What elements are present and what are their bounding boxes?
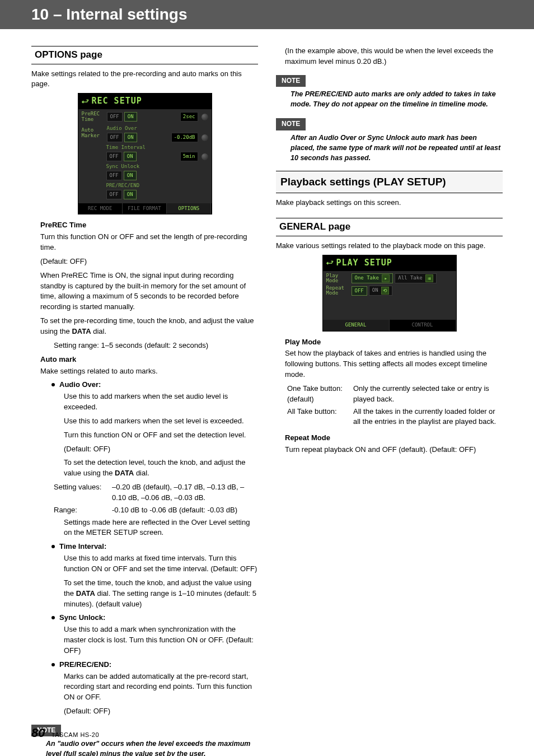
page-footer: 80 TASCAM HS-20: [31, 726, 99, 740]
tab-file-format[interactable]: FILE FORMAT: [123, 203, 167, 214]
body-text: Turn repeat playback ON and OFF (default…: [285, 445, 503, 455]
chapter-header: 10 – Internal settings: [0, 0, 534, 29]
prerecend-on-button[interactable]: ON: [124, 190, 137, 199]
bullet-icon: [51, 663, 55, 666]
body-text: To set the time, touch the knob, and adj…: [64, 578, 258, 610]
bullet-item: Time Interval:: [51, 542, 258, 552]
syncunlock-on-button[interactable]: ON: [124, 171, 137, 180]
body-text: Turn this function ON or OFF and set the…: [64, 430, 258, 441]
bullet-icon: [51, 545, 55, 548]
prerec-off-button[interactable]: OFF: [107, 112, 123, 122]
rec-setup-screenshot: ⮐REC SETUP PreREC Time OFF ON 2sec Auto …: [78, 93, 212, 214]
one-take-button[interactable]: One Take ▸: [352, 273, 394, 283]
audioover-value[interactable]: -0.20dB: [171, 133, 198, 142]
note-tag: NOTE: [276, 75, 306, 87]
body-text: Turn this function ON or OFF and set the…: [40, 232, 258, 253]
timeint-value[interactable]: 5min: [180, 152, 198, 161]
play-mode-label: Play Mode: [285, 337, 503, 348]
body-text: Make various settings related to the pla…: [276, 241, 503, 251]
page-number: 80: [31, 726, 45, 740]
kv-row: All Take button: All the takes in the cu…: [287, 407, 503, 428]
tab-rec-mode[interactable]: REC MODE: [78, 203, 123, 214]
repeat-off-button[interactable]: OFF: [352, 286, 367, 296]
audioover-off-button[interactable]: OFF: [107, 133, 123, 142]
note-tag: NOTE: [276, 118, 306, 130]
body-text: Use this to add marks at fixed time inte…: [64, 553, 258, 575]
bullet-icon: [51, 383, 55, 386]
knob-icon[interactable]: [202, 153, 208, 160]
note-body: After an Audio Over or Sync Unlock auto …: [291, 133, 503, 163]
repeat-icon: ⟲: [381, 287, 389, 295]
content-columns: OPTIONS page Make settings related to th…: [0, 29, 534, 756]
prerec-on-button[interactable]: ON: [124, 112, 137, 122]
body-text: Setting range: 1–5 seconds (default: 2 s…: [54, 340, 258, 351]
body-text: To set the pre-recording time, touch the…: [40, 316, 258, 337]
auto-mark-label: Auto mark: [40, 354, 258, 365]
bullet-item: Audio Over:: [51, 380, 258, 390]
options-page-heading: OPTIONS page: [31, 46, 258, 64]
body-text: (Default: OFF): [64, 444, 258, 455]
note-body: The PRE/REC/END auto marks are only adde…: [291, 89, 503, 109]
knob-icon[interactable]: [202, 134, 208, 141]
all-take-icon: ⇉: [425, 274, 433, 282]
body-text: Use this to add markers when the set aud…: [64, 391, 258, 413]
one-take-icon: ▸: [382, 274, 390, 282]
body-text: When PreREC Time is ON, the signal input…: [40, 270, 258, 312]
kv-row: Setting values:–0.20 dB (default), –0.17…: [54, 482, 258, 503]
body-text: (Default: OFF): [40, 256, 258, 267]
kv-row: One Take button: (default) Only the curr…: [287, 384, 503, 405]
note-body: An "audio over" occurs when the level ex…: [46, 739, 258, 756]
body-text: Make settings related to auto marks.: [40, 366, 258, 377]
right-column: (In the example above, this would be whe…: [276, 46, 503, 756]
bullet-item: Sync Unlock:: [51, 613, 258, 623]
repeat-mode-label: Repeat Mode: [285, 433, 503, 444]
left-column: OPTIONS page Make settings related to th…: [31, 46, 258, 756]
body-text: Use this to add markers when the set lev…: [64, 416, 258, 427]
prerec-time-label: PreREC Time: [40, 220, 258, 231]
audioover-on-button[interactable]: ON: [124, 133, 137, 142]
body-text: (Default: OFF): [64, 706, 258, 717]
playback-settings-heading: Playback settings (PLAY SETUP): [276, 171, 503, 193]
all-take-button[interactable]: All Take ⇉: [395, 273, 437, 283]
prerec-value[interactable]: 2sec: [180, 112, 198, 122]
play-setup-screenshot: ⮐PLAY SETUP Play Mode One Take ▸ All Tak…: [322, 255, 457, 332]
tab-options[interactable]: OPTIONS: [167, 203, 211, 214]
body-text: Settings made here are reflected in the …: [64, 517, 258, 539]
timeint-off-button[interactable]: OFF: [106, 152, 122, 161]
repeat-on-button[interactable]: ON ⟲: [369, 286, 392, 296]
body-text: Marks can be added automatically at the …: [64, 671, 258, 703]
body-text: Use this to add a mark when synchronizat…: [64, 624, 258, 656]
knob-icon[interactable]: [202, 114, 208, 120]
tab-general[interactable]: GENERAL: [323, 320, 390, 330]
options-intro: Make settings related to the pre-recordi…: [31, 69, 258, 90]
body-text: (In the example above, this would be whe…: [285, 46, 503, 67]
kv-row: Range:-0.10 dB to -0.06 dB (default: -0.…: [54, 505, 258, 516]
chapter-title: 10 – Internal settings: [31, 6, 188, 24]
back-arrow-icon: ⮐: [326, 258, 334, 268]
model-name: TASCAM HS-20: [51, 731, 99, 738]
timeint-on-button[interactable]: ON: [124, 152, 137, 161]
syncunlock-off-button[interactable]: OFF: [106, 171, 122, 180]
body-text: To set the detection level, touch the kn…: [64, 458, 258, 479]
body-text: Set how the playback of takes and entrie…: [285, 348, 503, 380]
bullet-icon: [51, 616, 55, 619]
body-text: Make playback settings on this screen.: [276, 198, 503, 208]
back-arrow-icon: ⮐: [82, 96, 90, 107]
bullet-item: PRE/REC/END:: [51, 660, 258, 670]
prerecend-off-button[interactable]: OFF: [106, 190, 122, 199]
general-page-heading: GENERAL page: [276, 218, 503, 236]
tab-control[interactable]: CONTROL: [390, 320, 456, 330]
